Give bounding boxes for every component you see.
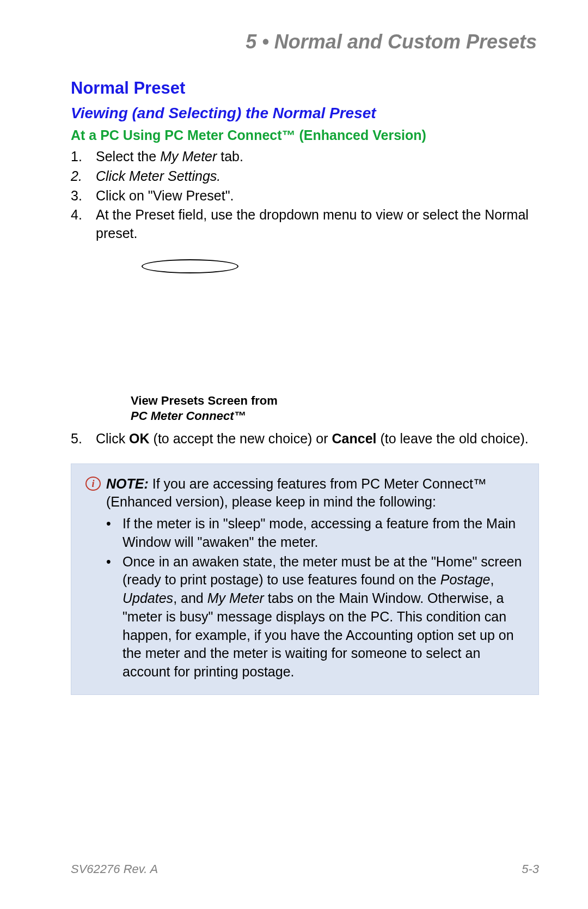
step-number: 3. — [71, 187, 96, 205]
step-text: Click Meter Settings. — [96, 167, 539, 186]
footer-docid: SV62276 Rev. A — [71, 862, 158, 876]
step-text: Click on "View Preset". — [96, 187, 539, 205]
figure-caption: View Presets Screen from PC Meter Connec… — [131, 393, 457, 424]
footer-pagenum: 5-3 — [522, 862, 539, 876]
step-number: 4. — [71, 206, 96, 243]
step-text: Select the My Meter tab. — [96, 148, 539, 166]
note-bullets: If the meter is in "sleep" mode, accessi… — [85, 515, 524, 681]
step-item: 4. At the Preset field, use the dropdown… — [71, 206, 539, 243]
step-text: At the Preset field, use the dropdown me… — [96, 206, 539, 243]
figure-area: View Presets Screen from PC Meter Connec… — [131, 259, 457, 424]
step-item: 1. Select the My Meter tab. — [71, 148, 539, 166]
info-icon: i — [85, 477, 101, 491]
step-item: 5. Click OK (to accept the new choice) o… — [71, 430, 539, 448]
chapter-number: 5 — [246, 30, 256, 53]
chapter-title: Normal and Custom Presets — [274, 30, 537, 53]
figure-caption-line2: PC Meter Connect™ — [131, 408, 457, 424]
subsub-heading: At a PC Using PC Meter Connect™ (Enhance… — [71, 127, 539, 143]
note-bullet-item: Once in an awaken state, the meter must … — [106, 553, 524, 681]
section-heading: Normal Preset — [71, 78, 539, 98]
step-number: 2. — [71, 167, 96, 186]
note-box: i NOTE: If you are accessing features fr… — [71, 463, 539, 695]
note-bullet-item: If the meter is in "sleep" mode, accessi… — [106, 515, 524, 552]
chapter-header: 5 • Normal and Custom Presets — [71, 30, 539, 53]
note-intro: i NOTE: If you are accessing features fr… — [85, 475, 524, 512]
steps-list-cont: 5. Click OK (to accept the new choice) o… — [71, 430, 539, 448]
page-footer: SV62276 Rev. A 5-3 — [71, 862, 539, 876]
step-text: Click OK (to accept the new choice) or C… — [96, 430, 539, 448]
steps-list: 1. Select the My Meter tab. 2. Click Met… — [71, 148, 539, 243]
step-number: 5. — [71, 430, 96, 448]
subsection-heading: Viewing (and Selecting) the Normal Prese… — [71, 105, 539, 122]
step-number: 1. — [71, 148, 96, 166]
step-item: 2. Click Meter Settings. — [71, 167, 539, 186]
chapter-bullet: • — [262, 30, 269, 53]
figure-caption-line1: View Presets Screen from — [131, 393, 457, 409]
note-intro-text: NOTE: If you are accessing features from… — [106, 475, 524, 512]
ellipse-callout-icon — [142, 259, 238, 273]
step-item: 3. Click on "View Preset". — [71, 187, 539, 205]
